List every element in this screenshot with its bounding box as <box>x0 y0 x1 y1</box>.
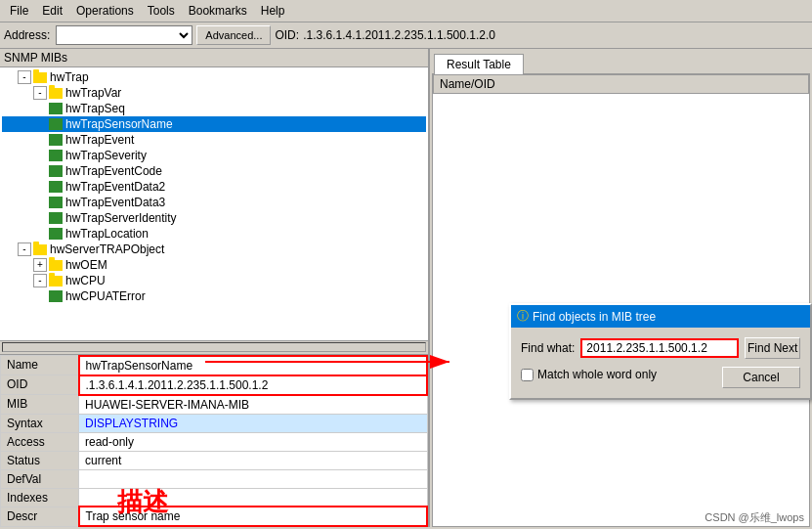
tree-label-hwtrap: hwTrap <box>50 70 89 84</box>
info-table: Name hwTrapSensorName OID .1.3.6.1.4.1.2… <box>0 355 428 528</box>
tree-label-hwtraplocation: hwTrapLocation <box>65 227 149 241</box>
tree-node-hwcpuaterror[interactable]: hwCPUATError <box>2 288 426 304</box>
tree-node-hwtrapeventdata3[interactable]: hwTrapEventData3 <box>2 195 426 210</box>
info-value-status: current <box>79 451 428 469</box>
tree-label-hwtrapserveridentity: hwTrapServerIdentity <box>65 211 177 225</box>
info-value-indexes <box>79 488 428 507</box>
info-key-oid: OID <box>1 375 79 395</box>
dialog-body: Find what: Find Next Match whole word on… <box>511 328 810 398</box>
menu-operations[interactable]: Operations <box>70 2 140 20</box>
tree-node-hwtrap[interactable]: - hwTrap <box>2 69 426 85</box>
horizontal-scrollbar[interactable] <box>0 340 428 354</box>
info-key-defval: DefVal <box>1 469 79 488</box>
tree-node-hwcpu[interactable]: - hwCPU <box>2 273 426 288</box>
info-row-access: Access read-only <box>1 432 428 451</box>
menu-edit[interactable]: Edit <box>36 2 68 20</box>
tree-node-hwtrapeventdata2[interactable]: hwTrapEventData2 <box>2 179 426 195</box>
tree-label-hwtrapeventcode: hwTrapEventCode <box>65 164 162 178</box>
result-table: Name/OID <box>433 74 809 94</box>
info-row-defval: DefVal <box>1 469 428 488</box>
expand-hwcpu[interactable]: - <box>33 274 47 287</box>
find-what-row: Find what: Find Next <box>521 337 800 359</box>
tree-label-hwtrapsensorname: hwTrapSensorName <box>65 117 173 131</box>
find-dialog: ⓘ Find objects in MIB tree Find what: Fi… <box>509 303 812 400</box>
address-combo[interactable] <box>56 25 192 45</box>
tree-label-hwtrapeventdata3: hwTrapEventData3 <box>65 196 165 209</box>
tab-result-table[interactable]: Result Table <box>434 54 524 74</box>
tab-bar: Result Table <box>430 49 812 73</box>
tree-node-hwtrapeventcode[interactable]: hwTrapEventCode <box>2 163 426 179</box>
menu-help[interactable]: Help <box>255 2 291 20</box>
info-value-name: hwTrapSensorName <box>79 356 428 375</box>
menubar: File Edit Operations Tools Bookmarks Hel… <box>0 0 812 22</box>
snmp-mibs-title: SNMP MIBs <box>0 49 428 67</box>
info-row-indexes: Indexes <box>1 488 428 507</box>
match-whole-word-label: Match whole word only <box>537 368 657 381</box>
tree-label-hwtrapvar: hwTrapVar <box>65 86 121 100</box>
address-label: Address: <box>4 28 50 42</box>
tree-node-hwtrapsensorname[interactable]: hwTrapSensorName <box>2 116 426 132</box>
tree-node-hwtrapseq[interactable]: hwTrapSeq <box>2 101 426 116</box>
menu-bookmarks[interactable]: Bookmarks <box>183 2 253 20</box>
info-value-defval <box>79 469 428 488</box>
watermark: CSDN @乐维_lwops <box>705 510 804 525</box>
expand-hwoem[interactable]: + <box>33 258 47 272</box>
tree-container[interactable]: - hwTrap - hwTrapVar <box>0 67 428 340</box>
toolbar: Address: Advanced... OID: .1.3.6.1.4.1.2… <box>0 22 812 49</box>
dialog-title-text: Find objects in MIB tree <box>533 310 656 324</box>
info-row-oid: OID .1.3.6.1.4.1.2011.2.235.1.1.500.1.2 <box>1 375 428 395</box>
tree-node-hwoem[interactable]: + hwOEM <box>2 257 426 273</box>
info-row-syntax: Syntax DISPLAYSTRING <box>1 414 428 432</box>
tree-label-hwtrapevent: hwTrapEvent <box>65 133 134 147</box>
info-value-syntax: DISPLAYSTRING <box>79 414 428 432</box>
tree-node-hwtrapserveridentity[interactable]: hwTrapServerIdentity <box>2 210 426 226</box>
info-value-descr: Trap sensor name <box>79 507 428 526</box>
tree-label-hwtrapseq: hwTrapSeq <box>65 102 125 115</box>
match-whole-word-checkbox[interactable] <box>521 369 534 381</box>
info-key-status: Status <box>1 451 79 469</box>
tree-label-hwtrapeventdata2: hwTrapEventData2 <box>65 180 165 194</box>
info-row-name: Name hwTrapSensorName <box>1 356 428 375</box>
info-key-access: Access <box>1 432 79 451</box>
info-key-indexes: Indexes <box>1 488 79 507</box>
find-what-label: Find what: <box>521 341 575 355</box>
info-row-mib: MIB HUAWEI-SERVER-IMANA-MIB <box>1 395 428 415</box>
tree-node-hwtrapvar[interactable]: - hwTrapVar <box>2 85 426 101</box>
oid-value: .1.3.6.1.4.1.2011.2.235.1.1.500.1.2.0 <box>303 28 495 42</box>
tree-node-hwservertrapobject[interactable]: - hwServerTRAPObject <box>2 242 426 257</box>
info-key-name: Name <box>1 356 79 375</box>
expand-hwservertrapobject[interactable]: - <box>18 242 31 256</box>
info-panel: Name hwTrapSensorName OID .1.3.6.1.4.1.2… <box>0 354 428 528</box>
info-value-oid: .1.3.6.1.4.1.2011.2.235.1.1.500.1.2 <box>79 375 428 395</box>
tree-label-hwcpu: hwCPU <box>65 274 106 287</box>
info-value-mib: HUAWEI-SERVER-IMANA-MIB <box>79 395 428 415</box>
advanced-button[interactable]: Advanced... <box>196 25 271 45</box>
result-table-area: Name/OID <box>432 73 810 527</box>
dialog-title: ⓘ Find objects in MIB tree <box>511 305 810 328</box>
dialog-icon: ⓘ <box>517 308 529 325</box>
match-word-row: Match whole word only <box>521 368 657 381</box>
info-row-descr: Descr Trap sensor name <box>1 507 428 526</box>
info-key-descr: Descr <box>1 507 79 526</box>
tree-label-hwcpuaterror: hwCPUATError <box>65 289 146 303</box>
info-row-status: Status current <box>1 451 428 469</box>
expand-hwtrapvar[interactable]: - <box>33 86 47 100</box>
menu-file[interactable]: File <box>4 2 34 20</box>
right-panel: Result Table Name/OID <box>430 49 812 527</box>
info-key-mib: MIB <box>1 395 79 415</box>
tree-node-hwtraplocation[interactable]: hwTrapLocation <box>2 226 426 242</box>
tree-label-hwoem: hwOEM <box>65 258 107 272</box>
tree-node-hwtrapseverity[interactable]: hwTrapSeverity <box>2 148 426 163</box>
info-key-syntax: Syntax <box>1 414 79 432</box>
tree-label-hwservertrapobject: hwServerTRAPObject <box>50 242 164 256</box>
tree-label-hwtrapseverity: hwTrapSeverity <box>65 149 147 162</box>
info-value-access: read-only <box>79 432 428 451</box>
expand-hwtrap[interactable]: - <box>18 70 31 84</box>
left-panel: SNMP MIBs - hwTrap - <box>0 49 430 527</box>
cancel-button[interactable]: Cancel <box>722 367 800 388</box>
find-what-input[interactable] <box>580 338 739 358</box>
menu-tools[interactable]: Tools <box>142 2 181 20</box>
find-next-button[interactable]: Find Next <box>745 337 800 359</box>
oid-label: OID: <box>275 28 299 42</box>
tree-node-hwtrapevent[interactable]: hwTrapEvent <box>2 132 426 148</box>
